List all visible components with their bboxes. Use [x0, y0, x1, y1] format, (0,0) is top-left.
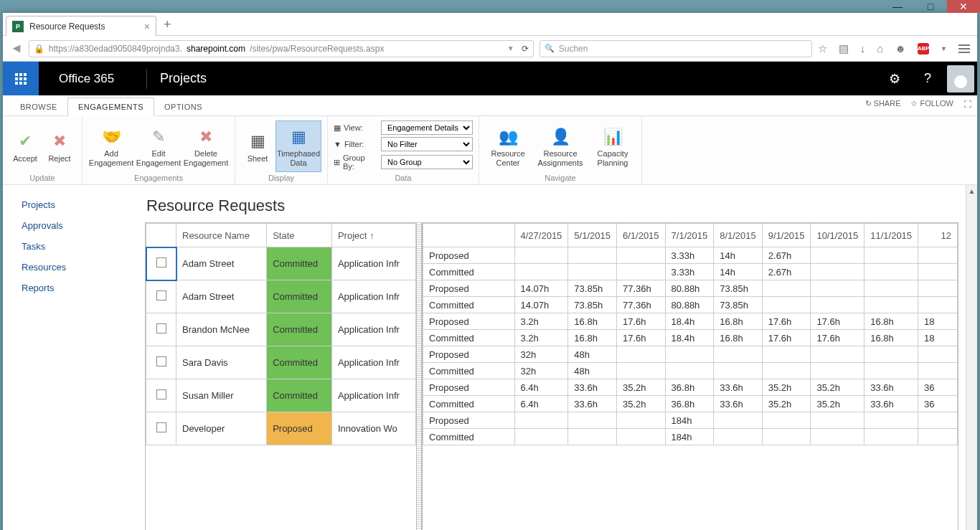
tp-row[interactable]: Proposed184h — [423, 412, 958, 429]
tp-row[interactable]: Committed32h48h — [423, 363, 958, 379]
tp-cell[interactable] — [811, 264, 864, 280]
tp-cell[interactable]: 184h — [665, 412, 714, 429]
delete-engagement-button[interactable]: ✖Delete Engagement — [183, 120, 229, 172]
tp-cell[interactable]: 17.6h — [762, 330, 811, 346]
tp-cell[interactable] — [616, 346, 665, 363]
tp-cell[interactable] — [514, 264, 568, 280]
row-checkbox-cell[interactable] — [146, 247, 176, 280]
abp-icon[interactable]: ABP — [918, 43, 929, 55]
reject-button[interactable]: ✖Reject — [43, 120, 76, 172]
reload-button[interactable]: ⟳ — [522, 44, 529, 54]
nav-link-tasks[interactable]: Tasks — [22, 241, 145, 252]
address-bar[interactable]: 🔒 https://a830edad9050849projnda3.sharep… — [29, 40, 534, 57]
checkbox-icon[interactable] — [156, 257, 166, 268]
vertical-scrollbar[interactable]: ▲ ▼ — [966, 185, 977, 530]
tp-cell[interactable] — [811, 297, 864, 313]
tp-date-header[interactable]: 4/27/2015 — [514, 224, 568, 247]
tp-cell[interactable]: 17.6h — [811, 313, 864, 330]
tp-row[interactable]: Committed6.4h33.6h35.2h36.8h33.6h35.2h35… — [423, 396, 958, 412]
tp-cell[interactable] — [918, 280, 958, 297]
tp-cell[interactable]: 2.67h — [762, 247, 811, 264]
tp-cell[interactable]: 16.8h — [864, 330, 918, 346]
checkbox-icon[interactable] — [156, 389, 166, 399]
tp-cell[interactable] — [665, 346, 714, 363]
tp-cell[interactable]: 6.4h — [514, 379, 568, 396]
tp-cell[interactable] — [568, 429, 617, 445]
tp-cell[interactable]: 35.2h — [811, 396, 864, 412]
tp-cell[interactable] — [568, 247, 617, 264]
resource-center-button[interactable]: 👥Resource Center — [485, 120, 531, 172]
tp-cell[interactable] — [918, 412, 958, 429]
tp-cell[interactable]: 14.07h — [514, 280, 568, 297]
tp-cell[interactable]: 18 — [918, 313, 958, 330]
tp-date-header[interactable]: 8/1/2015 — [714, 224, 763, 247]
tp-cell[interactable]: 3.2h — [514, 313, 568, 330]
tp-cell[interactable] — [864, 363, 918, 379]
tp-cell[interactable]: 32h — [514, 346, 568, 363]
tab-close-icon[interactable]: × — [144, 21, 150, 32]
focus-content-icon[interactable]: ⛶ — [963, 100, 971, 108]
table-row[interactable]: Adam StreetCommittedApplication Infr — [146, 280, 416, 313]
bookmark-star-icon[interactable]: ☆ — [818, 42, 827, 55]
scroll-up-arrow[interactable]: ▲ — [969, 185, 976, 197]
tp-cell[interactable] — [918, 247, 958, 264]
toolbar-chevron-icon[interactable]: ▼ — [941, 45, 947, 52]
tp-row[interactable]: Committed184h — [423, 429, 958, 445]
tp-cell[interactable]: 18.4h — [665, 313, 714, 330]
tp-cell[interactable] — [514, 412, 568, 429]
tp-cell[interactable]: 16.8h — [714, 330, 763, 346]
tp-cell[interactable]: 16.8h — [568, 313, 617, 330]
library-icon[interactable]: ▤ — [839, 42, 849, 55]
row-checkbox-cell[interactable] — [146, 346, 176, 379]
downloads-icon[interactable]: ↓ — [860, 42, 866, 55]
tp-cell[interactable] — [762, 429, 811, 445]
tp-cell[interactable] — [616, 429, 665, 445]
tp-cell[interactable]: 3.33h — [665, 264, 714, 280]
tp-cell[interactable] — [918, 264, 958, 280]
table-row[interactable]: Brandon McNeeCommittedApplication Infr — [146, 313, 416, 346]
accept-button[interactable]: ✔Accept — [9, 120, 42, 172]
row-checkbox-cell[interactable] — [146, 379, 176, 412]
tp-cell[interactable] — [864, 297, 918, 313]
tp-row[interactable]: Committed14.07h73.85h77.36h80.88h73.85h — [423, 297, 958, 313]
tp-cell[interactable] — [568, 264, 617, 280]
tp-cell[interactable]: 73.85h — [714, 280, 763, 297]
settings-gear-icon[interactable]: ⚙ — [878, 62, 911, 95]
tp-cell[interactable] — [762, 346, 811, 363]
group-select[interactable]: No Group — [381, 155, 473, 169]
tp-cell[interactable]: 14h — [714, 264, 763, 280]
tp-cell[interactable] — [514, 429, 568, 445]
share-button[interactable]: ↻ SHARE — [865, 99, 901, 108]
url-dropdown-icon[interactable]: ▼ — [507, 44, 514, 52]
tp-cell[interactable]: 17.6h — [616, 330, 665, 346]
tp-cell[interactable]: 16.8h — [864, 313, 918, 330]
ribbon-tab-options[interactable]: OPTIONS — [154, 98, 212, 115]
table-row[interactable]: Susan MillerCommittedApplication Infr — [146, 379, 416, 412]
tp-cell[interactable]: 16.8h — [568, 330, 617, 346]
tp-cell[interactable]: 35.2h — [616, 379, 665, 396]
grid-splitter[interactable] — [416, 222, 422, 530]
tp-cell[interactable]: 2.67h — [762, 264, 811, 280]
pocket-icon[interactable]: ☻ — [895, 42, 906, 55]
tp-cell[interactable]: 35.2h — [762, 379, 811, 396]
tp-cell[interactable] — [811, 363, 864, 379]
tp-cell[interactable]: 33.6h — [568, 396, 617, 412]
tp-cell[interactable]: 36.8h — [665, 379, 714, 396]
tp-cell[interactable] — [616, 363, 665, 379]
tp-cell[interactable] — [762, 363, 811, 379]
tp-cell[interactable]: 80.88h — [665, 280, 714, 297]
tp-cell[interactable] — [616, 412, 665, 429]
ribbon-tab-browse[interactable]: BROWSE — [10, 98, 67, 115]
tp-cell[interactable]: 77.36h — [616, 280, 665, 297]
col-header-project[interactable]: Project ↑ — [331, 224, 415, 247]
tp-cell[interactable]: 73.85h — [714, 297, 763, 313]
window-close-button[interactable]: ✕ — [947, 0, 980, 13]
tp-date-header[interactable]: 12 — [918, 224, 958, 247]
browser-tab[interactable]: P Resource Requests × — [6, 16, 156, 36]
tp-cell[interactable]: 33.6h — [568, 379, 617, 396]
add-engagement-button[interactable]: 🤝Add Engagement — [88, 120, 134, 172]
tp-cell[interactable]: 14h — [714, 247, 763, 264]
tp-date-header[interactable]: 5/1/2015 — [568, 224, 617, 247]
tp-cell[interactable]: 80.88h — [665, 297, 714, 313]
tp-row[interactable]: Proposed14.07h73.85h77.36h80.88h73.85h — [423, 280, 958, 297]
